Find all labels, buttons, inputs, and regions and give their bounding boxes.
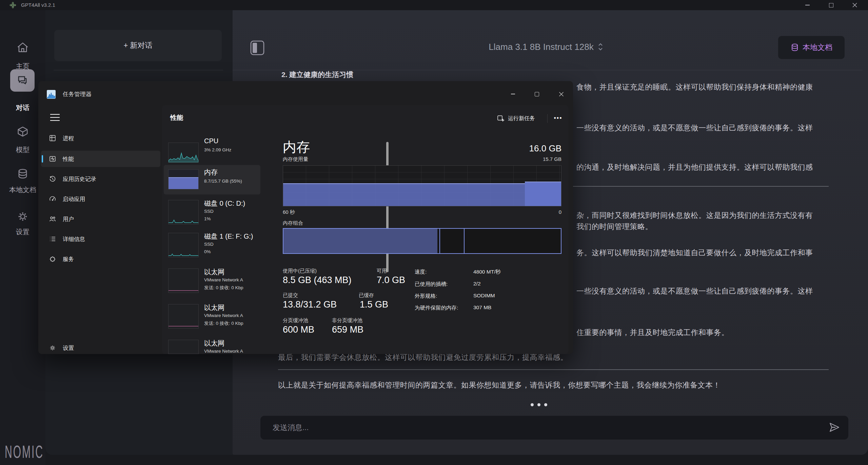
localdocs-database-icon[interactable] bbox=[16, 168, 29, 181]
stat-nonpaged-pool-value: 659 MB bbox=[332, 324, 363, 335]
prop-slots-label: 已使用的插槽: bbox=[415, 281, 448, 288]
chat-text-fragment: 的沟通，及时地解决问题，并且为他们提供支持。这样可以帮助我们感 bbox=[576, 162, 813, 172]
stat-cached-value: 1.5 GB bbox=[360, 299, 388, 310]
task-manager-app-icon bbox=[47, 90, 56, 99]
header-divider bbox=[547, 114, 548, 123]
chat-text-fragment: 一些没有意义的活动，或是不愿意做一些让自己感到疲倦的事务。这样 bbox=[576, 123, 813, 133]
memory-total: 16.0 GB bbox=[494, 143, 561, 154]
prop-hw-reserved-value: 307 MB bbox=[473, 304, 491, 311]
model-name: Llama 3.1 8B Instruct 128k bbox=[489, 42, 593, 52]
perf-row-disk0[interactable]: 磁盘 0 (C: D:) SSD 1% bbox=[164, 198, 260, 230]
memory-usage-chart-recent-rise bbox=[525, 182, 561, 206]
run-new-task-icon bbox=[497, 115, 505, 122]
home-icon[interactable] bbox=[16, 41, 29, 54]
users-icon bbox=[49, 216, 56, 222]
app-close-button[interactable] bbox=[847, 0, 863, 10]
tm-sidebar-item-app-history[interactable]: 应用历史记录 bbox=[41, 171, 160, 187]
tm-sidebar-item-users[interactable]: 用户 bbox=[41, 211, 160, 227]
screen: { "app": { "titlebar": { "title": "GPT4A… bbox=[0, 0, 868, 465]
tm-minimize-button[interactable] bbox=[505, 87, 521, 101]
memory-usage-chart-fill bbox=[283, 183, 561, 206]
ethernet3-graph-thumbnail bbox=[168, 340, 199, 354]
chat-text-fragment: 一些没有意义的活动，或是不愿意做一些让自己感到疲倦的事务。这样 bbox=[576, 286, 813, 296]
tm-menu-hamburger-icon[interactable] bbox=[50, 114, 60, 121]
run-new-task-button[interactable]: 运行新任务 bbox=[494, 112, 538, 125]
chat-options-dots[interactable] bbox=[531, 403, 547, 406]
stat-available-label: 可用 bbox=[377, 268, 387, 274]
drawer-divider bbox=[54, 70, 223, 70]
chart-axis-right: 0 bbox=[494, 209, 561, 215]
tm-settings-gear-icon bbox=[49, 345, 56, 351]
memory-composition-bar bbox=[283, 228, 561, 254]
composition-separator bbox=[464, 229, 465, 253]
stat-committed-label: 已提交 bbox=[283, 292, 298, 299]
processes-icon bbox=[49, 135, 56, 142]
stat-in-use-value: 8.5 GB (463 MB) bbox=[283, 275, 352, 285]
startup-gauge-icon bbox=[49, 196, 56, 202]
details-list-icon bbox=[49, 236, 56, 242]
localdocs-label: 本地文档 bbox=[803, 42, 832, 53]
memory-usage-max: 15.7 GB bbox=[494, 156, 561, 162]
memory-graph-thumbnail bbox=[168, 169, 199, 189]
app-maximize-button[interactable] bbox=[823, 0, 839, 10]
tm-page-title: 性能 bbox=[170, 113, 183, 122]
app-titlebar: GPT4All v3.2.1 bbox=[0, 0, 868, 10]
prop-form-factor-value: SODIMM bbox=[473, 293, 495, 299]
services-puzzle-icon bbox=[49, 256, 56, 262]
tm-more-menu[interactable]: ••• bbox=[551, 111, 565, 125]
prop-slots-value: 2/2 bbox=[473, 281, 481, 287]
app-history-clock-icon bbox=[49, 175, 56, 182]
chat-text-fragment: 杂，而同时又很难找到时间休息放松。这是因为我们的生活方式没有有 bbox=[576, 210, 813, 221]
panel-toggle-icon[interactable] bbox=[250, 40, 265, 56]
task-manager-window: 任务管理器 进程 性能 应用历史记录 bbox=[38, 81, 573, 354]
chat-text-fragment: 务。这样可以帮助我们清楚地知道自己要做什么，及时地完成工作和事 bbox=[576, 248, 813, 258]
send-icon[interactable] bbox=[829, 422, 840, 433]
disk0-graph-thumbnail bbox=[168, 200, 199, 224]
settings-gear-icon[interactable] bbox=[16, 210, 29, 223]
memory-usage-chart bbox=[283, 165, 561, 206]
models-cube-icon[interactable] bbox=[16, 126, 29, 139]
prop-form-factor-label: 外形规格: bbox=[415, 293, 437, 300]
tm-content-card: 性能 运行新任务 ••• CPU 3% 2.09 GHz 内存 8.7/15.7… bbox=[162, 105, 568, 354]
stat-paged-pool-label: 分页缓冲池 bbox=[283, 317, 308, 324]
chat-bubbles-icon bbox=[16, 74, 29, 87]
perf-row-cpu[interactable]: CPU 3% 2.09 GHz bbox=[164, 136, 260, 165]
stat-available-value: 7.0 GB bbox=[377, 275, 405, 285]
tm-sidebar-item-startup-apps[interactable]: 启动应用 bbox=[41, 191, 160, 207]
perf-row-ethernet-3[interactable]: 以太网 VMware Network A bbox=[164, 338, 260, 354]
prop-speed-value: 4800 MT/秒 bbox=[473, 268, 501, 276]
nomic-logo: NOMIC bbox=[5, 442, 44, 462]
chat-text-line: 以上就是关于如何提高幸福感和管理时间的两篇文章。如果你想知道更多，请告诉我，你想… bbox=[278, 380, 721, 390]
new-chat-button[interactable]: + 新对话 bbox=[54, 30, 222, 61]
tm-sidebar-item-processes[interactable]: 进程 bbox=[41, 130, 160, 146]
stat-cached-label: 已缓存 bbox=[359, 292, 374, 299]
tm-maximize-button[interactable] bbox=[528, 87, 545, 101]
nav-item-chats-tile[interactable] bbox=[10, 69, 35, 92]
memory-detail-title: 内存 bbox=[283, 138, 310, 156]
chat-message-divider bbox=[278, 369, 829, 370]
cpu-graph-thumbnail bbox=[168, 143, 199, 163]
tm-sidebar-item-settings[interactable]: 设置 bbox=[41, 340, 160, 354]
tm-selected-accent-pill bbox=[42, 155, 43, 163]
prop-speed-label: 速度: bbox=[415, 268, 427, 276]
perf-row-disk1[interactable]: 磁盘 1 (E: F: G:) SSD 0% bbox=[164, 231, 260, 263]
localdocs-button[interactable]: 本地文档 bbox=[778, 36, 845, 59]
chart-axis-left: 60 秒 bbox=[283, 209, 295, 216]
localdocs-db-icon bbox=[790, 43, 799, 52]
message-input[interactable] bbox=[260, 416, 848, 440]
tm-sidebar-item-details[interactable]: 详细信息 bbox=[41, 231, 160, 247]
perf-row-ethernet-2[interactable]: 以太网 VMware Network A 发送: 0 接收: 0 Kbp bbox=[164, 302, 260, 334]
chat-text-fragment: 食物，并且保证充足的睡眠。这样可以帮助我们保持身体和精神的健康 bbox=[576, 82, 813, 92]
model-selector[interactable]: Llama 3.1 8B Instruct 128k bbox=[468, 39, 624, 54]
stat-nonpaged-pool-label: 非分页缓冲池 bbox=[332, 317, 362, 324]
tm-sidebar-item-services[interactable]: 服务 bbox=[41, 251, 160, 267]
chat-text-fragment: 住重要的事情，并且及时地完成工作和事务。 bbox=[576, 328, 729, 338]
perf-row-memory-selected[interactable]: 内存 8.7/15.7 GB (55%) bbox=[164, 165, 260, 194]
perf-row-ethernet-1[interactable]: 以太网 VMware Network A 发送: 0 接收: 0 Kbp bbox=[164, 266, 260, 299]
gpt4all-logo-icon bbox=[9, 2, 16, 8]
chevron-updown-icon bbox=[598, 42, 603, 51]
tm-sidebar-item-performance[interactable]: 性能 bbox=[41, 151, 160, 167]
app-title: GPT4All v3.2.1 bbox=[21, 0, 55, 10]
tm-close-button[interactable] bbox=[553, 87, 570, 101]
app-minimize-button[interactable] bbox=[800, 0, 815, 10]
